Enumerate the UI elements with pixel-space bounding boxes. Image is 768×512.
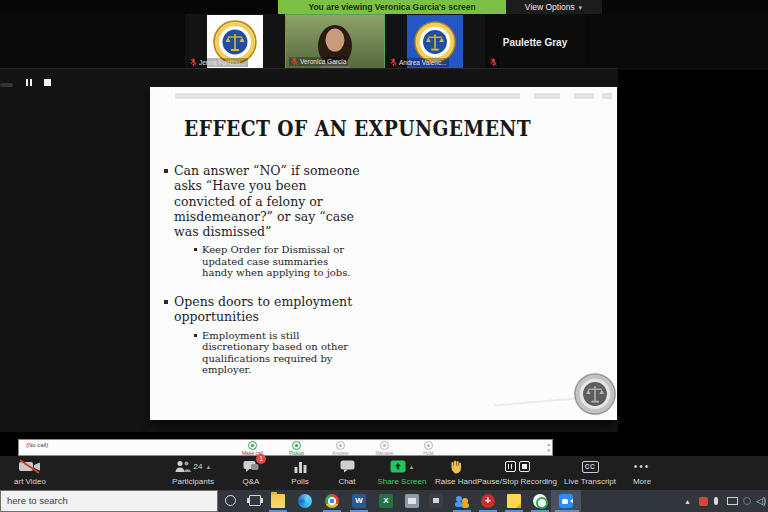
participants-count: 24 <box>194 462 203 471</box>
participant-filmstrip: Jenna Fontiou... <box>0 14 768 70</box>
share-screen-button[interactable]: ▲ Share Screen <box>370 459 434 486</box>
word-icon[interactable]: W <box>352 494 366 508</box>
qa-notification-badge: 1 <box>256 454 266 464</box>
bullet-marker <box>164 300 168 304</box>
bullet-item: Opens doors to employment opportunities <box>164 294 372 325</box>
chat-button[interactable]: Chat <box>325 459 369 486</box>
video-tile-veronica-active-speaker[interactable]: Veronica Garcia <box>285 14 385 70</box>
bullet-item: Can answer “NO” if someone asks “Have yo… <box>164 163 372 239</box>
hold-button[interactable]: Hold <box>411 441 446 456</box>
taskbar-search-input[interactable]: here to search <box>0 490 218 512</box>
app-icon-gray[interactable] <box>405 494 419 508</box>
polls-icon <box>294 461 307 473</box>
pause-stop-recording-button[interactable]: Pause/Stop Recording <box>480 459 554 486</box>
recording-indicator-fragment <box>0 83 13 87</box>
bullet-marker <box>194 248 197 251</box>
closed-caption-icon: CC <box>582 461 599 473</box>
participant-name: Jenna Fontiou... <box>199 59 246 66</box>
polls-button[interactable]: Polls <box>278 459 322 486</box>
contacts-app-icon[interactable] <box>455 494 469 508</box>
mic-muted-icon <box>390 58 397 67</box>
raised-hand-icon <box>450 460 463 474</box>
chat-label: Chat <box>339 477 356 486</box>
pause-recording-icon[interactable] <box>505 461 516 472</box>
bullet-marker <box>194 334 197 337</box>
answer-icon <box>336 441 345 450</box>
chevron-down-icon: ▼ <box>577 5 583 11</box>
pickup-button[interactable]: Pickup <box>279 441 314 456</box>
qa-label: Q&A <box>243 477 260 486</box>
hold-icon <box>424 441 433 450</box>
participant-name: Veronica Garcia <box>300 58 346 65</box>
tray-network-icon[interactable] <box>743 490 751 512</box>
stop-recording-icon[interactable] <box>44 79 51 86</box>
scroll-arrows[interactable]: ▴▾ <box>547 441 550 453</box>
qa-button[interactable]: 1 Q&A <box>228 459 274 486</box>
participant-mute-badge <box>488 58 499 67</box>
video-tile-jenna[interactable]: Jenna Fontiou... <box>185 14 285 70</box>
shared-screen-area: EFFECT OF AN EXPUNGEMENT Can answer “NO”… <box>0 68 618 432</box>
grayscale-seal-watermark-icon <box>574 373 616 415</box>
slide-bullet-list: Can answer “NO” if someone asks “Have yo… <box>164 163 372 376</box>
more-button[interactable]: ••• More <box>620 459 664 486</box>
chrome-browser-icon[interactable] <box>325 494 339 508</box>
share-screen-label: Share Screen <box>378 477 427 486</box>
pickup-icon <box>292 441 301 450</box>
softphone-actions: Make call Pickup Answer Manage Hold <box>235 441 446 456</box>
faint-divider-line <box>494 397 576 406</box>
mic-muted-icon <box>190 58 197 67</box>
video-tile-paulette[interactable]: Paulette Gray <box>485 14 585 70</box>
manage-button[interactable]: Manage <box>367 441 402 456</box>
excel-icon[interactable]: X <box>379 494 393 508</box>
app-icon-dark[interactable] <box>429 494 443 508</box>
viewing-screen-banner: You are viewing Veronica Garcia's screen <box>278 0 506 14</box>
sub-bullet-text: Keep Order for Dismissal or updated case… <box>202 244 362 279</box>
participants-label: Participants <box>172 477 214 486</box>
cortana-icon[interactable] <box>225 495 236 506</box>
mic-muted-icon <box>291 57 298 66</box>
start-video-button[interactable]: art Video <box>0 459 66 486</box>
answer-button[interactable]: Answer <box>323 441 358 456</box>
record-label: Pause/Stop Recording <box>477 477 557 486</box>
scales-of-justice-seal-icon <box>414 21 456 63</box>
zoom-meeting-window: You are viewing Veronica Garcia's screen… <box>0 0 768 512</box>
red-app-icon[interactable] <box>481 494 495 508</box>
phone-icon <box>248 441 257 450</box>
video-off-icon <box>17 459 43 474</box>
chevron-up-icon: ▲ <box>409 464 415 470</box>
target-app-icon[interactable] <box>533 494 547 508</box>
video-tile-andrea[interactable]: Andrea Valenc... <box>385 14 485 70</box>
make-call-button[interactable]: Make call <box>235 441 270 456</box>
slide-title: EFFECT OF AN EXPUNGEMENT <box>184 115 531 141</box>
tray-red-app-icon[interactable] <box>699 490 708 512</box>
raise-hand-label: Raise Hand <box>435 477 477 486</box>
sticky-notes-icon[interactable] <box>507 494 521 508</box>
polls-label: Polls <box>291 477 308 486</box>
zoom-app-icon[interactable] <box>559 494 573 508</box>
tray-expand-chevron-icon[interactable]: ▲ <box>684 490 691 512</box>
participants-button[interactable]: 24 ▲ Participants <box>162 459 224 486</box>
edge-browser-icon[interactable] <box>298 494 312 508</box>
task-view-icon[interactable] <box>249 495 261 506</box>
redacted-header-bar <box>534 93 560 99</box>
stop-recording-icon[interactable] <box>519 461 530 472</box>
view-options-button[interactable]: View Options ▼ <box>506 0 602 14</box>
pause-recording-icon[interactable] <box>26 79 32 86</box>
tray-mic-icon[interactable] <box>714 490 718 512</box>
tray-volume-icon[interactable]: ◁) <box>756 490 766 512</box>
sub-bullet-item: Keep Order for Dismissal or updated case… <box>194 244 372 279</box>
redacted-header-bar <box>602 93 612 99</box>
live-transcript-button[interactable]: CC Live Transcript <box>558 459 622 486</box>
live-transcript-label: Live Transcript <box>564 477 616 486</box>
raise-hand-button[interactable]: Raise Hand <box>432 459 480 486</box>
bullet-marker <box>164 169 168 173</box>
mic-muted-icon <box>490 58 497 67</box>
tray-display-icon[interactable] <box>727 490 738 512</box>
more-label: More <box>633 477 651 486</box>
softphone-toolbar: (No call) Make call Pickup Answer Manage… <box>18 439 553 456</box>
more-dots-icon: ••• <box>634 462 651 472</box>
sub-bullet-item: Employment is still discretionary based … <box>194 330 372 376</box>
file-explorer-icon[interactable] <box>271 494 285 508</box>
participant-name-badge: Veronica Garcia <box>289 57 348 66</box>
redacted-header-bar <box>175 93 520 99</box>
